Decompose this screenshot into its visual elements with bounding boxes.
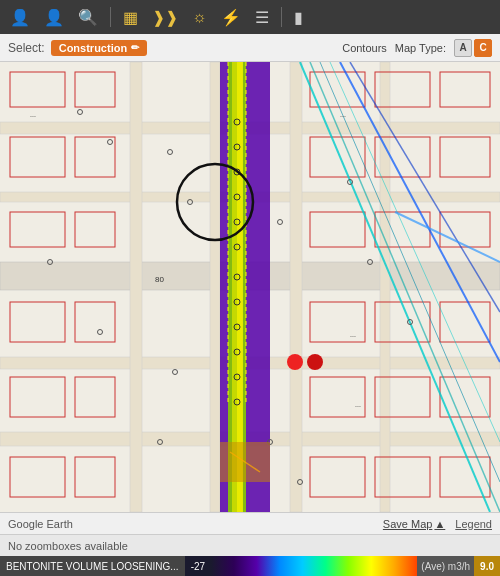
lightning-icon[interactable]: ⚡: [217, 6, 245, 29]
svg-point-66: [287, 354, 303, 370]
construction-label: Construction: [59, 42, 127, 54]
map-type-buttons: A C: [454, 39, 492, 57]
svg-point-67: [307, 354, 323, 370]
map-svg: ... ... ... ... 80: [0, 62, 500, 512]
separator1: [110, 7, 111, 27]
google-earth-label: Google Earth: [8, 518, 73, 530]
map-type-c-button[interactable]: C: [474, 39, 492, 57]
svg-text:...: ...: [355, 401, 361, 408]
save-map-label: Save Map: [383, 518, 433, 530]
person-icon[interactable]: 👤: [6, 6, 34, 29]
bottombar: Google Earth Save Map ▲ Legend: [0, 512, 500, 534]
svg-text:80: 80: [155, 275, 164, 284]
colorbar-unit: (Ave) m3/h: [417, 556, 474, 576]
map-type-a-button[interactable]: A: [454, 39, 472, 57]
map-type-label: Map Type:: [395, 42, 446, 54]
toolbar: 👤 👤 🔍 ▦ ❱❱ ☼ ⚡ ☰ ▮: [0, 0, 500, 34]
selectbar-left: Select: Construction ✏: [8, 40, 147, 56]
svg-rect-7: [210, 62, 220, 512]
search-person-icon[interactable]: 🔍: [74, 6, 102, 29]
edit-icon: ✏: [131, 42, 139, 53]
status-message: No zoomboxes available: [8, 540, 128, 552]
legend-label[interactable]: Legend: [455, 518, 492, 530]
statusbar: No zoomboxes available: [0, 534, 500, 556]
svg-text:...: ...: [30, 111, 36, 118]
separator2: [281, 7, 282, 27]
construction-badge[interactable]: Construction ✏: [51, 40, 147, 56]
person2-icon[interactable]: 👤: [40, 6, 68, 29]
colorbar: BENTONITE VOLUME LOOSENING... -27 (Ave) …: [0, 556, 500, 576]
svg-text:...: ...: [340, 111, 346, 118]
bottombar-right: Save Map ▲ Legend: [383, 518, 492, 530]
svg-text:...: ...: [350, 331, 356, 338]
chevron-right-icon[interactable]: ❱❱: [148, 6, 182, 29]
save-map-link[interactable]: Save Map ▲: [383, 518, 445, 530]
bulb-icon[interactable]: ☼: [188, 6, 211, 28]
save-icon: ▲: [434, 518, 445, 530]
svg-rect-6: [130, 62, 142, 512]
map-area[interactable]: ... ... ... ... 80: [0, 62, 500, 512]
pipe-icon[interactable]: ▮: [290, 6, 307, 29]
colorbar-min: -27: [185, 556, 211, 576]
colorbar-gradient: [211, 556, 417, 576]
svg-rect-8: [290, 62, 302, 512]
colorbar-label: BENTONITE VOLUME LOOSENING...: [0, 556, 185, 576]
colorbar-max: 9.0: [474, 556, 500, 576]
wave-icon[interactable]: ☰: [251, 6, 273, 29]
selectbar-right: Contours Map Type: A C: [342, 39, 492, 57]
selectbar: Select: Construction ✏ Contours Map Type…: [0, 34, 500, 62]
contours-label[interactable]: Contours: [342, 42, 387, 54]
select-label: Select:: [8, 41, 45, 55]
svg-rect-9: [380, 62, 390, 512]
layers-icon[interactable]: ▦: [119, 6, 142, 29]
